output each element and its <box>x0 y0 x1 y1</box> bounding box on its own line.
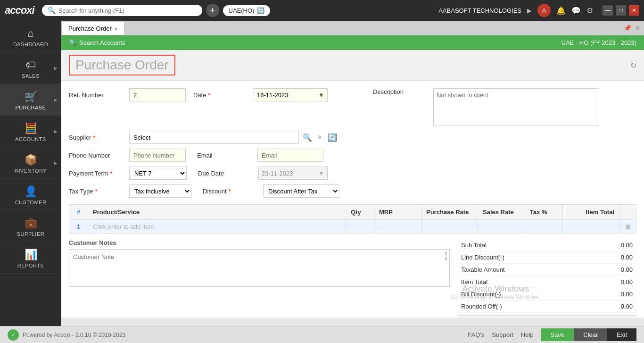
col-qty: Qty <box>346 205 374 220</box>
chevron-right-icon: ▶ <box>527 7 532 14</box>
sidebar-item-accounts[interactable]: 🧮 ACCOUNTS ▶ <box>0 116 61 147</box>
lower-section: Customer Notes ⬆⬇ Sub Total 0.00 <box>69 239 636 318</box>
user-avatar[interactable]: A <box>537 4 551 17</box>
due-date-label: Due Date <box>198 170 255 177</box>
mrp-cell[interactable] <box>374 220 421 234</box>
tab-label: Purchase Order <box>68 25 112 32</box>
sidebar-item-inventory[interactable]: 📦 INVENTORY ▶ <box>0 147 61 179</box>
support-link[interactable]: Support <box>492 331 513 338</box>
tax-cell[interactable] <box>525 220 563 234</box>
col-product: Product/Service <box>88 205 346 220</box>
row-number: 1 <box>69 220 88 234</box>
col-mrp: MRP <box>374 205 421 220</box>
sidebar-item-customer[interactable]: 👤 CUSTOMER <box>0 179 61 210</box>
clear-button[interactable]: Clear <box>574 328 607 341</box>
messages-icon[interactable]: 💬 <box>571 6 581 15</box>
item-total-row: Item Total 0.00 <box>457 276 636 288</box>
payment-term-label: Payment Term * <box>69 170 125 177</box>
top-bar: accoxi 🔍 + UAE(HO) 🔄 AABASOFT TECHNOLOGI… <box>0 0 644 21</box>
top-bar-right: AABASOFT TECHNOLOGIES ▶ A 🔔 💬 ⚙ — □ ✕ <box>438 4 639 17</box>
sidebar-item-supplier[interactable]: 💼 SUPPLIER <box>0 210 61 242</box>
accounts-chevron-icon: ▶ <box>54 129 58 134</box>
tab-expand-icon[interactable]: ✕ <box>635 25 640 32</box>
footer-logo: ✓ <box>8 329 19 341</box>
supplier-add-icon[interactable]: + <box>316 132 324 142</box>
tab-bar: Purchase Order × 📌 ✕ <box>61 21 644 35</box>
table-row-1[interactable]: 1 Click enter to add item 🗑 <box>69 220 636 234</box>
line-discount-row: Line Discount(-) 0.00 <box>457 251 636 264</box>
search-bar[interactable]: 🔍 <box>42 5 202 16</box>
date-input[interactable] <box>254 90 315 100</box>
supplier-input[interactable] <box>129 131 299 144</box>
discount-select[interactable]: Discount After Tax Discount Before Tax N… <box>264 185 339 197</box>
supplier-icon: 💼 <box>25 217 37 229</box>
form-refresh-icon[interactable]: ↻ <box>630 61 636 70</box>
delete-row-button[interactable]: 🗑 <box>625 223 631 230</box>
supplier-refresh-icon[interactable]: 🔄 <box>326 132 339 143</box>
customer-notes-textarea[interactable] <box>69 249 450 287</box>
sidebar-item-sales[interactable]: 🏷 SALES ▶ <box>0 52 61 84</box>
sales-chevron-icon: ▶ <box>54 66 58 71</box>
faq-link[interactable]: FAQ's <box>468 331 484 338</box>
item-total-value: 0.00 <box>604 278 633 285</box>
sidebar-label-accounts: ACCOUNTS <box>15 136 46 142</box>
close-button[interactable]: ✕ <box>629 5 639 16</box>
ref-number-input[interactable] <box>129 88 186 101</box>
qty-cell[interactable] <box>346 220 374 234</box>
notes-scrollbar[interactable]: ⬆⬇ <box>444 251 448 261</box>
product-cell[interactable]: Click enter to add item <box>88 220 346 234</box>
phone-label: Phone Number <box>69 152 125 159</box>
phone-input[interactable] <box>129 149 186 162</box>
email-input[interactable] <box>257 149 323 162</box>
sidebar-label-customer: CUSTOMER <box>15 200 47 205</box>
sidebar-label-sales: SALES <box>22 73 40 79</box>
sidebar-item-dashboard[interactable]: ⌂ DASHBOARD <box>0 21 61 52</box>
item-total-cell[interactable] <box>563 220 619 234</box>
green-header: 🔍 Search Accounts UAE - HO (FY 2023 - 20… <box>61 35 644 50</box>
sidebar-item-reports[interactable]: 📊 REPORTS <box>0 242 61 274</box>
reports-icon: 📊 <box>25 249 37 261</box>
save-button[interactable]: Save <box>541 328 574 341</box>
tab-close-icon[interactable]: × <box>115 26 117 32</box>
sub-total-value: 0.00 <box>604 242 633 249</box>
due-date-dropdown-icon: ▼ <box>315 170 327 177</box>
rounded-off-value: 0.00 <box>604 303 633 310</box>
delete-cell[interactable]: 🗑 <box>619 220 636 234</box>
col-purchase-rate: Purchase Rate <box>421 205 478 220</box>
purchase-rate-cell[interactable] <box>421 220 478 234</box>
col-item-total: Item Total <box>563 205 619 220</box>
purchase-order-tab[interactable]: Purchase Order × <box>61 22 124 35</box>
description-textarea[interactable] <box>433 88 598 126</box>
taxable-amount-row: Taxable Amount 0.00 <box>457 264 636 276</box>
col-number: # <box>69 205 88 220</box>
totals-section: Sub Total 0.00 Line Discount(-) 0.00 Tax… <box>457 239 636 318</box>
search-accounts-button[interactable]: 🔍 Search Accounts <box>69 39 125 46</box>
add-button[interactable]: + <box>206 4 219 17</box>
payment-term-select[interactable]: NET 7 NET 15 NET 30 COD <box>130 167 186 179</box>
maximize-button[interactable]: □ <box>616 5 626 16</box>
purchase-icon: 🛒 <box>25 91 37 103</box>
sales-rate-cell[interactable] <box>478 220 525 234</box>
form-title-bar: Purchase Order ↻ <box>61 50 644 81</box>
date-dropdown-icon[interactable]: ▼ <box>315 92 327 99</box>
ref-number-label: Ref. Number <box>69 92 125 99</box>
supplier-search-icon[interactable]: 🔍 <box>301 132 314 143</box>
line-discount-value: 0.00 <box>604 254 633 261</box>
avatar-initials: A <box>542 7 546 14</box>
branch-selector[interactable]: UAE(HO) 🔄 <box>223 5 271 16</box>
tax-type-select[interactable]: Tax Inclusive Tax Exclusive No Tax <box>130 185 191 197</box>
rounded-off-row: Rounded Off(-) 0.00 <box>457 301 636 313</box>
accounts-icon: 🧮 <box>25 122 37 134</box>
window-controls: — □ ✕ <box>603 5 639 16</box>
minimize-button[interactable]: — <box>603 5 613 16</box>
settings-icon[interactable]: ⚙ <box>586 6 593 15</box>
tab-pin-icon[interactable]: 📌 <box>624 25 631 32</box>
sidebar-item-purchase[interactable]: 🛒 PURCHASE ▶ <box>0 84 61 116</box>
notifications-icon[interactable]: 🔔 <box>556 6 566 15</box>
search-input[interactable] <box>58 7 197 14</box>
exit-button[interactable]: Exit <box>607 328 636 341</box>
help-link[interactable]: Help <box>521 331 534 338</box>
search-accounts-label: Search Accounts <box>79 39 125 46</box>
footer: ✓ Powered by Accoxi - 2.0.10 © 2018-2023… <box>0 326 644 343</box>
inventory-chevron-icon: ▶ <box>54 160 58 166</box>
